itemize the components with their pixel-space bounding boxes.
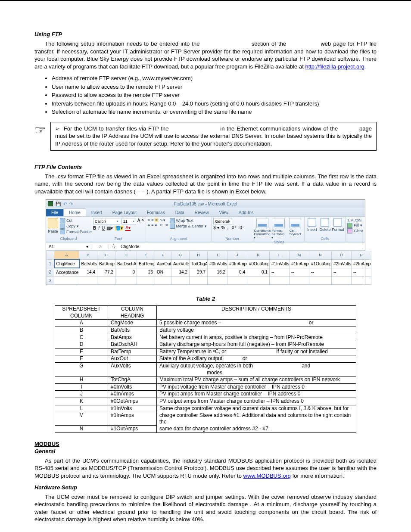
cell[interactable]: BatTemp xyxy=(137,259,155,268)
cell[interactable]: BatDschAH xyxy=(115,259,137,268)
cell[interactable] xyxy=(270,277,290,285)
cell[interactable]: 29.7 xyxy=(190,268,208,277)
col-header[interactable]: P xyxy=(352,251,371,260)
row-header[interactable]: 1 xyxy=(47,259,54,268)
align-left-icon[interactable]: ≡ xyxy=(148,223,150,227)
align-bot-icon[interactable]: ≡ xyxy=(155,218,158,222)
row-header[interactable]: 2 xyxy=(47,268,54,277)
delete-cells-button[interactable]: Delete xyxy=(319,218,330,232)
tab-review[interactable]: Review xyxy=(190,209,214,216)
col-header[interactable]: L xyxy=(270,251,290,260)
font-size-dropdown[interactable]: 11▾ xyxy=(121,218,136,224)
filezilla-link[interactable]: http://filezilla-project.org xyxy=(305,63,364,70)
cell[interactable]: 26 xyxy=(137,268,155,277)
cell[interactable]: 14.4 xyxy=(79,268,97,277)
cell[interactable]: #0OutAmps xyxy=(247,259,270,268)
underline-button[interactable]: U xyxy=(102,226,105,230)
cell[interactable]: 0.4 xyxy=(227,268,247,277)
percent-button[interactable]: % xyxy=(221,225,225,230)
tab-page-layout[interactable]: Page Layout xyxy=(107,209,142,216)
tab-view[interactable]: View xyxy=(214,209,234,216)
col-header[interactable]: O xyxy=(332,251,352,260)
cell[interactable] xyxy=(352,277,371,285)
cell[interactable]: #1InAmps xyxy=(290,259,309,268)
format-painter-button[interactable]: Format Painter xyxy=(60,229,92,234)
indent-dec-icon[interactable]: ⇤ xyxy=(160,223,163,227)
cell[interactable]: BatAmps xyxy=(97,259,115,268)
col-header[interactable]: E xyxy=(137,251,155,260)
col-header[interactable]: I xyxy=(208,251,227,260)
orientation-icon[interactable]: ⤡▾ xyxy=(160,218,165,222)
cell[interactable]: BatVolts xyxy=(79,259,97,268)
spreadsheet-grid[interactable]: A B C D E F G H I J K L M N O P xyxy=(46,251,365,285)
cell[interactable]: 16.2 xyxy=(208,268,227,277)
cell[interactable]: TotChgA xyxy=(190,259,208,268)
cell[interactable]: 14.2 xyxy=(171,268,190,277)
cell[interactable]: 77.2 xyxy=(97,268,115,277)
merge-center-button[interactable]: Merge & Center ▾ xyxy=(170,224,207,229)
col-header[interactable]: J xyxy=(227,251,247,260)
tab-addins[interactable]: Add-Ins xyxy=(234,209,258,216)
col-header[interactable]: D xyxy=(115,251,137,260)
number-format-dropdown[interactable]: General▾ xyxy=(213,218,232,224)
fill-button[interactable]: Fill ▾ xyxy=(347,223,363,228)
format-cells-button[interactable]: Format xyxy=(332,218,343,232)
cell[interactable] xyxy=(247,277,270,285)
cell[interactable] xyxy=(332,277,352,285)
cell[interactable]: #2InAmps xyxy=(352,259,371,268)
tab-home[interactable]: Home xyxy=(63,208,86,216)
cell[interactable]: ON xyxy=(155,268,171,277)
border-button[interactable]: ▦▾ xyxy=(107,226,113,230)
col-header[interactable]: G xyxy=(171,251,190,260)
formula-input[interactable]: ChgMode xyxy=(119,244,141,249)
grow-font-icon[interactable]: A xyxy=(137,218,140,224)
cell[interactable]: AuxOut xyxy=(155,259,171,268)
insert-cells-button[interactable]: Insert xyxy=(306,218,318,232)
cell[interactable] xyxy=(227,277,247,285)
cell[interactable] xyxy=(171,277,190,285)
bold-button[interactable]: B xyxy=(93,226,96,230)
fill-color-button[interactable]: 🪣▾ xyxy=(115,226,123,230)
cell[interactable]: #0InVolts xyxy=(208,259,227,268)
cell[interactable]: #2InVolts xyxy=(332,259,352,268)
shrink-font-icon[interactable]: A xyxy=(141,218,143,224)
cell[interactable]: #1InVolts xyxy=(270,259,290,268)
autosum-button[interactable]: Σ AutoS xyxy=(347,218,363,222)
cell[interactable]: 0 xyxy=(115,268,137,277)
clear-button[interactable]: Clear xyxy=(347,228,363,233)
cell[interactable] xyxy=(155,277,171,285)
tab-insert[interactable]: Insert xyxy=(86,209,107,216)
cell[interactable]: #1OutAmps xyxy=(309,259,332,268)
col-header[interactable]: M xyxy=(290,251,309,260)
qat-undo-icon[interactable]: ↶ xyxy=(63,202,67,206)
cell[interactable] xyxy=(54,277,79,285)
name-box[interactable]: A1▾ xyxy=(46,244,91,249)
cell-styles-button[interactable]: CellStyles ▾ xyxy=(288,218,302,236)
dec-decimal-button[interactable]: .0⁻ xyxy=(239,225,244,230)
corner-cell[interactable] xyxy=(47,251,54,260)
italic-button[interactable]: I xyxy=(98,226,100,230)
cell[interactable]: ChgMode xyxy=(54,259,79,268)
cell[interactable]: Acceptance xyxy=(54,268,79,277)
wrap-text-button[interactable]: Wrap Text xyxy=(170,218,207,223)
cell[interactable]: #0InAmps xyxy=(227,259,247,268)
format-as-table-button[interactable]: Formatas Table ▾ xyxy=(271,218,286,240)
col-header[interactable]: F xyxy=(155,251,171,260)
paste-button[interactable]: Paste xyxy=(48,218,58,233)
indent-inc-icon[interactable]: ⇥ xyxy=(165,223,168,227)
cell[interactable]: AuxVolts xyxy=(171,259,190,268)
qat-redo-icon[interactable]: ↷ xyxy=(69,202,73,206)
align-center-icon[interactable]: ≡ xyxy=(151,223,153,227)
tab-data[interactable]: Data xyxy=(170,209,190,216)
comma-button[interactable]: , xyxy=(227,225,228,230)
col-header[interactable]: C xyxy=(97,251,115,260)
currency-button[interactable]: $ ▾ xyxy=(213,225,219,230)
modbus-link[interactable]: www.MODBUS.org xyxy=(243,473,291,479)
cell[interactable] xyxy=(115,277,137,285)
col-header[interactable]: A xyxy=(54,251,79,260)
align-top-icon[interactable]: ≡ xyxy=(148,218,150,222)
cell[interactable] xyxy=(79,277,97,285)
align-mid-icon[interactable]: ≡ xyxy=(151,218,153,222)
cell[interactable]: -- xyxy=(332,268,352,277)
cell[interactable]: 0.1 xyxy=(247,268,270,277)
